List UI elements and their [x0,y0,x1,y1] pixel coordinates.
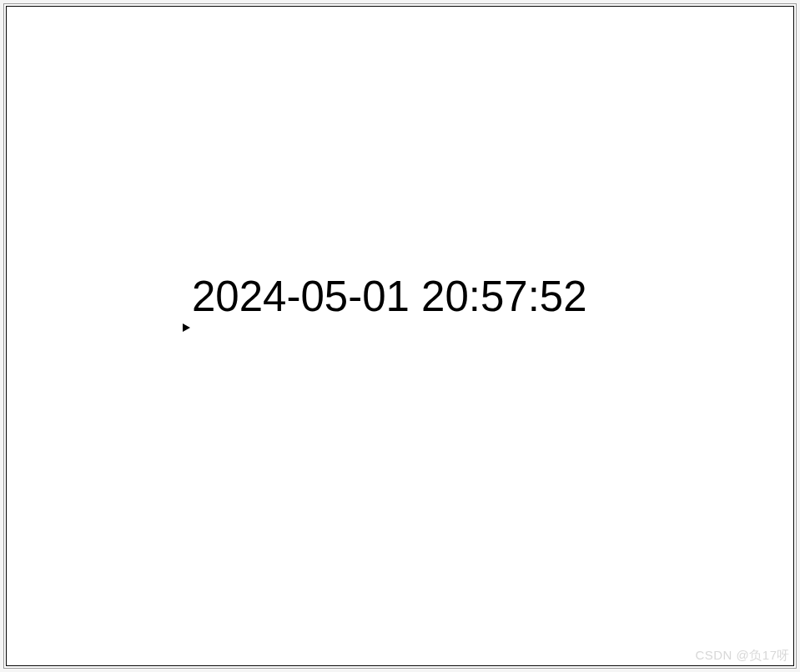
canvas-area: 2024-05-01 20:57:52 [6,6,794,666]
watermark-text: CSDN @负17呀 [695,648,790,664]
window-frame: 2024-05-01 20:57:52 [3,3,797,669]
datetime-display: 2024-05-01 20:57:52 [192,272,587,321]
caret-icon [183,323,190,332]
